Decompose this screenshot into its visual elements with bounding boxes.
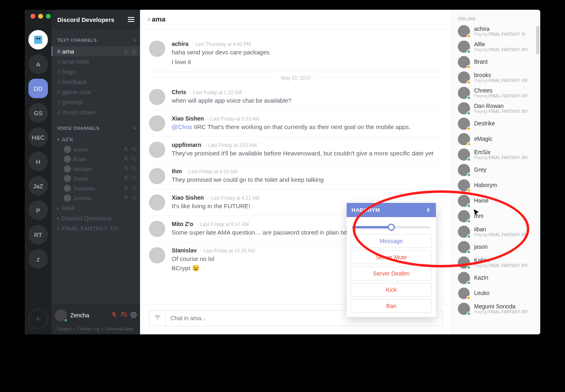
message-avatar[interactable]	[149, 115, 165, 131]
message-author[interactable]: Chris	[172, 89, 186, 95]
member[interactable]: EmSixPlaying FINAL FANTASY XIV	[452, 147, 540, 162]
text-channel[interactable]: #bugs	[52, 67, 140, 77]
muted-icon	[123, 185, 129, 191]
member[interactable]: jason	[452, 239, 540, 255]
members-list[interactable]: ONLINE achiraPlaying FINAL FANTASY XIAlf…	[452, 10, 540, 334]
settings-button[interactable]	[130, 312, 137, 319]
message-avatar[interactable]	[149, 194, 165, 211]
voice-user[interactable]: Stanislav	[64, 183, 140, 193]
share-icon[interactable]	[123, 49, 129, 54]
voice-channel[interactable]: ▸Discord Questions	[52, 213, 140, 223]
message-avatar[interactable]	[149, 89, 165, 105]
current-user-avatar[interactable]	[55, 309, 67, 321]
upload-button[interactable]	[149, 310, 166, 326]
member[interactable]: Destrike	[452, 116, 540, 131]
maximize-window-button[interactable]	[46, 14, 51, 19]
support-link[interactable]: Support	[57, 327, 71, 331]
member[interactable]: eMagic	[452, 131, 540, 147]
muted-icon	[123, 195, 129, 201]
text-channel[interactable]: #ama-rules	[52, 56, 140, 67]
add-server-button[interactable]: +	[28, 309, 48, 329]
server-pill[interactable]: A	[28, 54, 48, 74]
voice-user[interactable]: Saeris	[64, 174, 140, 183]
server-pill[interactable]	[28, 30, 48, 50]
message: Xiao Sishen - Last Friday at 3:33 AM@Chr…	[149, 110, 443, 137]
message-avatar[interactable]	[149, 221, 165, 237]
message-author[interactable]: Xiao Sishen	[172, 115, 204, 122]
add-text-channel-button[interactable]: +	[133, 37, 137, 44]
member-avatar	[458, 118, 470, 130]
muted-icon	[123, 156, 129, 162]
member[interactable]: Haise	[452, 193, 540, 209]
text-channel[interactable]: #music-share	[52, 107, 140, 117]
mention[interactable]: @Chris	[172, 123, 192, 130]
message-avatar[interactable]	[149, 168, 165, 184]
message-author[interactable]: achira	[172, 41, 188, 47]
voice-channel[interactable]: ▾AFK	[52, 134, 140, 144]
server-rail: ADDGSH&CHJaZPRTz+	[25, 10, 52, 334]
message-avatar[interactable]	[149, 41, 165, 57]
message-author[interactable]: uppfinnarn	[172, 142, 201, 148]
close-window-button[interactable]	[30, 14, 35, 19]
member[interactable]: iibanPlaying FINAL FANTASY XIV	[452, 224, 540, 239]
message-avatar[interactable]	[149, 142, 165, 158]
server-pill[interactable]: H&C	[28, 127, 48, 147]
member[interactable]: Haborym	[452, 178, 540, 193]
message-author[interactable]: Stanislav	[172, 247, 196, 254]
member[interactable]: Grey	[452, 162, 540, 178]
mute-button[interactable]	[111, 312, 117, 319]
message-author[interactable]: Mito Z'o	[172, 221, 193, 227]
gear-icon[interactable]	[131, 49, 137, 54]
text-channel[interactable]: #game-chat	[52, 87, 140, 97]
deafen-button[interactable]	[121, 312, 127, 319]
context-action-server-deafen[interactable]: Server Deafen	[351, 267, 432, 280]
member[interactable]: Brant	[452, 54, 540, 70]
member[interactable]: Ihm	[452, 209, 540, 224]
member-avatar	[458, 241, 470, 253]
message-avatar[interactable]	[149, 247, 165, 263]
voice-user[interactable]: hatzapo	[64, 164, 140, 174]
svg-point-20	[133, 314, 134, 316]
server-header[interactable]: Discord Developers	[52, 10, 140, 29]
text-channel[interactable]: #feedback	[52, 77, 140, 87]
member[interactable]: Megumi SonodaPlaying FINAL FANTASY XIV	[452, 301, 540, 317]
server-pill[interactable]: z	[28, 249, 48, 269]
voice-channel[interactable]: ▸FINAL FANTASY XIV	[52, 223, 140, 233]
member[interactable]: Dan RowanPlaying FINAL FANTASY XIV	[452, 101, 540, 116]
voice-user[interactable]: Brant	[64, 154, 140, 164]
scrollbar[interactable]	[536, 26, 539, 54]
voice-user[interactable]: achira	[64, 144, 140, 154]
download-link[interactable]: Download Apps	[106, 327, 134, 331]
member[interactable]: achiraPlaying FINAL FANTASY XI	[452, 24, 540, 39]
context-action-ban[interactable]: Ban	[351, 299, 432, 313]
server-pill[interactable]: JaZ	[28, 176, 48, 196]
voice-channel[interactable]: ▸AMA	[52, 203, 140, 213]
server-pill[interactable]: RT	[28, 225, 48, 244]
member[interactable]: Leuko	[452, 286, 540, 301]
menu-icon[interactable]	[128, 17, 134, 22]
member[interactable]: AlfiePlaying FINAL FANTASY XIV	[452, 39, 540, 54]
volume-slider[interactable]	[347, 217, 436, 233]
member[interactable]: Kazin	[452, 270, 540, 286]
voice-user[interactable]: Zencha	[64, 193, 140, 203]
context-action-server-mute[interactable]: Server Mute	[351, 250, 432, 264]
text-channel[interactable]: #ama	[52, 46, 140, 56]
add-voice-channel-button[interactable]: +	[133, 125, 137, 132]
changelog-link[interactable]: Change Log	[78, 327, 100, 331]
server-pill[interactable]: DD	[28, 79, 48, 98]
member[interactable]: brooksPlaying FINAL FANTASY XIV	[452, 70, 540, 85]
message-author[interactable]: Ihm	[172, 168, 182, 174]
message-author[interactable]: Xiao Sishen	[172, 194, 204, 201]
minimize-window-button[interactable]	[38, 14, 43, 19]
text-channel[interactable]: #general	[52, 97, 140, 107]
context-action-message[interactable]: Message	[351, 234, 432, 248]
svg-line-19	[122, 312, 126, 317]
member-avatar	[458, 71, 470, 84]
member[interactable]: ChreesPlaying FINAL FANTASY XIV	[452, 85, 540, 101]
context-action-kick[interactable]: Kick	[351, 283, 432, 297]
member[interactable]: KaliexPlaying FINAL FANTASY XIV	[452, 255, 540, 270]
server-pill[interactable]: GS	[28, 103, 48, 123]
server-pill[interactable]: H	[28, 152, 48, 171]
server-pill[interactable]: P	[28, 200, 48, 220]
svg-line-15	[132, 186, 136, 190]
